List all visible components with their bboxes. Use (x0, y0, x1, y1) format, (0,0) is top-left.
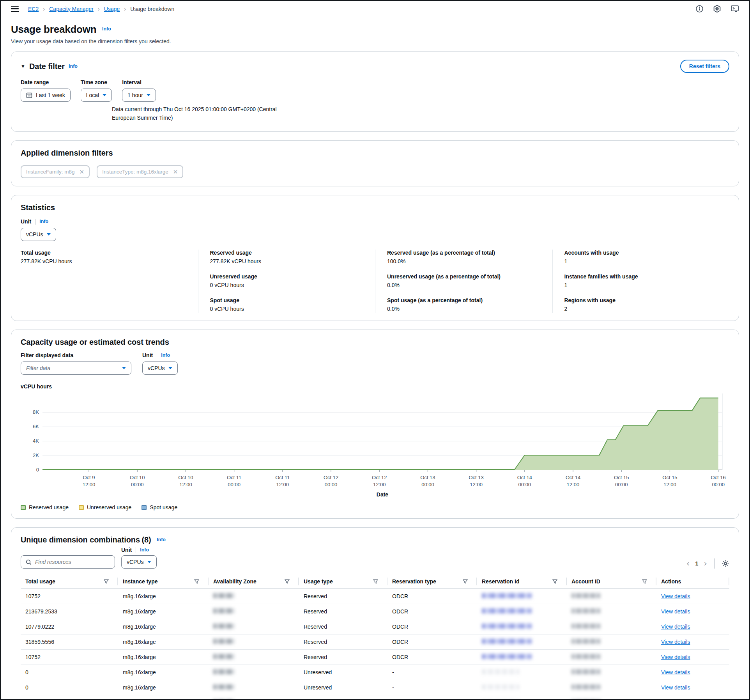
legend-item[interactable]: Unreserved usage (79, 504, 131, 510)
stat-item: Spot usage (as a percentage of total)0.0… (387, 297, 545, 312)
statistics-unit-select[interactable]: vCPUs (21, 228, 56, 241)
time-zone-select[interactable]: Local (81, 89, 112, 102)
view-details-link[interactable]: View details (661, 669, 690, 675)
column-header-actions: Actions (656, 575, 729, 588)
page-info-link[interactable]: Info (102, 26, 111, 32)
collapse-caret-icon[interactable]: ▼ (21, 64, 25, 69)
hamburger-menu-icon[interactable] (11, 6, 19, 12)
svg-text:Date: Date (377, 491, 389, 498)
cell-instance-type: m8g.16xlarge (118, 665, 209, 680)
column-header-label: Usage type (304, 578, 333, 585)
column-filter-icon[interactable] (463, 579, 468, 584)
cell-instance-type: m8g.16xlarge (118, 588, 209, 604)
table-unit-info-link[interactable]: Info (140, 547, 149, 553)
table-unit-label: Unit (121, 547, 132, 553)
table-info-link[interactable]: Info (157, 537, 166, 542)
redacted-availability-zone (213, 624, 234, 629)
table-row: 213679.2533m8g.16xlargeReservedODCRView … (21, 604, 729, 619)
view-details-link[interactable]: View details (661, 639, 690, 645)
unit-info-link[interactable]: Info (39, 219, 48, 224)
breadcrumb-item-usage[interactable]: Usage (104, 6, 120, 12)
column-filter-icon[interactable] (285, 579, 290, 584)
column-filter-icon[interactable] (373, 579, 378, 584)
redacted-reservation-id-link[interactable] (482, 608, 532, 613)
cell-reservation-id (477, 619, 567, 634)
current-page-number[interactable]: 1 (695, 560, 698, 567)
column-header-availability-zone: Availability Zone (209, 575, 299, 588)
breadcrumb-separator: › (124, 5, 126, 12)
interval-value: 1 hour (127, 92, 143, 98)
cell-reservation-id (477, 665, 567, 680)
stat-value: 0.0% (387, 282, 545, 288)
cell-instance-type: m8g.16xlarge (118, 604, 209, 619)
view-details-link[interactable]: View details (661, 593, 690, 599)
view-details-link[interactable]: View details (661, 624, 690, 630)
reset-filters-button[interactable]: Reset filters (680, 60, 729, 73)
hexagon-clock-icon[interactable] (713, 5, 721, 13)
trends-title: Capacity usage or estimated cost trends (21, 338, 729, 347)
info-icon[interactable] (695, 5, 704, 13)
redacted-reservation-id-link[interactable] (482, 624, 532, 629)
svg-text:Oct 14: Oct 14 (517, 475, 532, 480)
chevron-down-icon (168, 367, 172, 369)
cell-actions: View details (656, 649, 729, 665)
unit-label: Unit (21, 218, 31, 225)
table-row: 10752m8g.16xlargeReservedODCRView detail… (21, 588, 729, 604)
date-filter-info-link[interactable]: Info (69, 64, 78, 69)
cell-availability-zone (209, 588, 299, 604)
column-header-label: Actions (661, 578, 681, 585)
svg-text:4K: 4K (33, 438, 39, 444)
view-details-link[interactable]: View details (661, 684, 690, 691)
table-unit-select[interactable]: vCPUs (121, 555, 157, 569)
chip-remove-icon[interactable]: ✕ (80, 169, 85, 175)
trends-unit-label: Unit (142, 352, 153, 358)
cell-instance-type: m8g.16xlarge (118, 695, 209, 700)
svg-text:2K: 2K (33, 452, 39, 458)
column-filter-icon[interactable] (194, 579, 199, 584)
redacted-reservation-id-link[interactable] (482, 639, 532, 644)
column-filter-icon[interactable] (104, 579, 109, 584)
cell-reservation-id (477, 604, 567, 619)
search-input[interactable] (35, 559, 110, 565)
cell-reservation-type: - (387, 665, 477, 680)
legend-label: Spot usage (150, 504, 177, 510)
column-filter-icon[interactable] (642, 579, 647, 584)
trends-unit-select[interactable]: vCPUs (142, 362, 178, 375)
redacted-reservation-id-link[interactable] (482, 654, 532, 659)
stat-value: 100.0% (387, 258, 545, 264)
cell-reservation-id (477, 588, 567, 604)
interval-select[interactable]: 1 hour (122, 89, 156, 102)
svg-text:Oct 12: Oct 12 (324, 475, 338, 480)
trends-unit-info-link[interactable]: Info (161, 353, 170, 358)
dimension-combinations-table: Total usageInstance typeAvailability Zon… (21, 575, 729, 700)
table-count: (8) (142, 535, 151, 544)
page-title: Usage breakdown (11, 23, 97, 35)
column-header-account-id: Account ID (567, 575, 656, 588)
cell-availability-zone (209, 665, 299, 680)
table-settings-gear-icon[interactable] (722, 560, 729, 567)
calendar-icon (26, 92, 32, 98)
previous-page-button[interactable]: ‹ (686, 559, 690, 568)
breadcrumb-item-ec2[interactable]: EC2 (28, 6, 39, 12)
breadcrumb-item-capacity-manager[interactable]: Capacity Manager (49, 6, 94, 12)
legend-item[interactable]: Reserved usage (21, 504, 69, 510)
view-details-link[interactable]: View details (661, 654, 690, 660)
legend-label: Unreserved usage (87, 504, 131, 510)
column-header-instance-type: Instance type (118, 575, 209, 588)
next-page-button[interactable]: › (704, 559, 707, 568)
legend-item[interactable]: Spot usage (142, 504, 177, 510)
column-filter-icon[interactable] (552, 579, 557, 584)
filter-data-combo[interactable]: Filter data (21, 362, 131, 375)
cloudshell-icon[interactable] (731, 5, 739, 13)
find-resources-search[interactable] (21, 555, 115, 569)
chip-remove-icon[interactable]: ✕ (173, 169, 178, 175)
svg-text:12:00: 12:00 (470, 482, 483, 487)
svg-text:8K: 8K (33, 409, 39, 415)
date-range-button[interactable]: Last 1 week (21, 89, 71, 102)
stat-value: 0 vCPU hours (210, 282, 368, 288)
redacted-reservation-id-link[interactable] (482, 593, 532, 598)
svg-text:Oct 9: Oct 9 (83, 475, 95, 480)
svg-text:6K: 6K (33, 424, 39, 430)
view-details-link[interactable]: View details (661, 608, 690, 615)
chevron-down-icon (122, 367, 126, 369)
